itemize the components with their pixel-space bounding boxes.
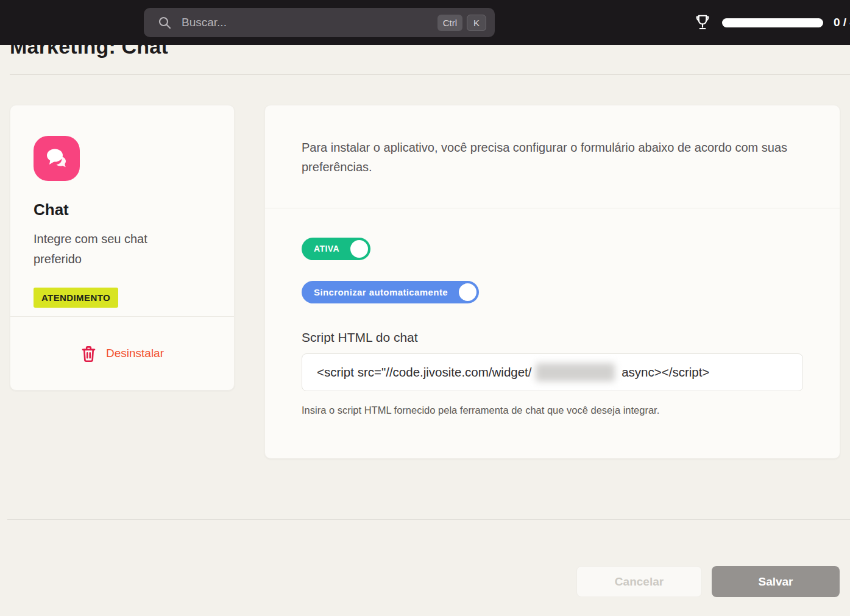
- app-summary-card: Chat Integre com seu chat preferido ATEN…: [10, 105, 235, 391]
- footer-divider: [7, 519, 850, 520]
- redacted-widget-id: [536, 363, 615, 381]
- active-toggle[interactable]: ATIVA: [302, 238, 370, 260]
- app-name: Chat: [34, 200, 211, 219]
- app-description: Integre com seu chat preferido: [34, 229, 180, 269]
- gamification-widget[interactable]: 0 / 4: [693, 13, 850, 32]
- active-toggle-label: ATIVA: [314, 244, 339, 253]
- active-toggle-knob: [350, 240, 368, 258]
- trash-icon: [80, 345, 97, 363]
- auto-sync-toggle-label: Sincronizar automaticamente: [314, 287, 448, 297]
- category-badge: ATENDIMENTO: [34, 288, 118, 308]
- auto-sync-toggle-knob: [459, 283, 476, 301]
- title-divider: [10, 74, 850, 75]
- uninstall-button[interactable]: Desinstalar: [10, 316, 234, 390]
- footer-actions: Cancelar Salvar: [576, 566, 840, 597]
- ctrl-key-badge: Ctrl: [437, 15, 462, 31]
- uninstall-label: Desinstalar: [106, 347, 164, 360]
- k-key-badge: K: [467, 15, 486, 31]
- app-summary-top: Chat Integre com seu chat preferido ATEN…: [10, 105, 234, 316]
- top-bar: Ctrl K 0 / 4: [0, 0, 850, 45]
- settings-panel: Para instalar o aplicativo, você precisa…: [264, 105, 840, 459]
- trophy-icon: [693, 13, 712, 32]
- save-button[interactable]: Salvar: [712, 566, 840, 597]
- script-html-input[interactable]: <script src="//code.jivosite.com/widget/…: [302, 353, 803, 391]
- progress-count: 0 / 4: [834, 16, 850, 29]
- script-field-label: Script HTML do chat: [302, 330, 803, 345]
- cancel-button[interactable]: Cancelar: [576, 566, 702, 597]
- search-box[interactable]: Ctrl K: [144, 8, 495, 37]
- script-value-prefix: <script src="//code.jivosite.com/widget/: [317, 365, 532, 380]
- search-shortcut: Ctrl K: [437, 15, 486, 31]
- search-icon: [157, 15, 172, 30]
- chat-app-icon: [34, 136, 80, 181]
- script-field-help: Insira o script HTML fornecido pela ferr…: [302, 405, 803, 416]
- main-content: Chat Integre com seu chat preferido ATEN…: [10, 105, 840, 459]
- settings-form: ATIVA Sincronizar automaticamente Script…: [265, 208, 840, 445]
- progress-bar: [722, 18, 823, 27]
- script-value-suffix: async></script>: [618, 365, 710, 380]
- install-instructions: Para instalar o aplicativo, você precisa…: [265, 105, 840, 208]
- search-input[interactable]: [182, 16, 437, 29]
- auto-sync-toggle[interactable]: Sincronizar automaticamente: [302, 281, 479, 303]
